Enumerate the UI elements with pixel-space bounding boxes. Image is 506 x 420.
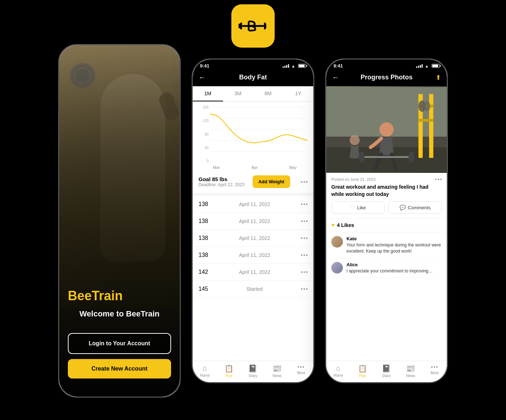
signal-icon [283, 64, 289, 68]
svg-point-21 [350, 135, 360, 145]
tab-plan-label-2: Plan [225, 374, 232, 378]
tab-news-label-2: News [272, 374, 282, 378]
bottom-nav-3: ⌂ Home 📋 Plan 📓 Diary 📰 News ••• Mo [326, 361, 447, 382]
chart-y-80: 80 [199, 132, 209, 136]
tab-news-3[interactable]: 📰 News [398, 364, 423, 378]
tab-news-2[interactable]: 📰 News [265, 364, 289, 378]
tab-plan-3[interactable]: 📋 Plan [350, 364, 375, 378]
table-row: 138 April 11, 2022 [193, 247, 313, 264]
home-icon-3: ⌂ [336, 364, 340, 372]
svg-rect-22 [362, 156, 411, 158]
action-buttons: ♡ Like 💬 Comments [331, 201, 442, 214]
tab-news-label-3: News [406, 374, 415, 378]
battery-icon [298, 64, 306, 68]
row-dots-5[interactable] [301, 271, 307, 273]
comment-body-kate: Kate Your form and technique during the … [346, 236, 442, 254]
phone-progress: 9:41 ▲ ← Progress Photos [325, 58, 448, 383]
logo-train: Train [92, 288, 123, 303]
login-button[interactable]: Login to Your Account [68, 333, 171, 354]
post-dots-menu[interactable] [435, 179, 442, 180]
post-meta: Posted on June 21, 2023 [331, 177, 442, 181]
status-icons-2: ▲ [283, 64, 306, 68]
row-dots-6[interactable] [301, 288, 307, 290]
comment-text-kate: Your form and technique during the worko… [346, 242, 442, 254]
nav-header-3: ← Progress Photos ⬆ [326, 71, 447, 86]
commenter-name-kate: Kate [346, 236, 442, 241]
svg-rect-17 [418, 119, 433, 122]
plan-icon-2: 📋 [224, 364, 234, 373]
chart-svg [210, 105, 307, 163]
phone-welcome: BeeTrain Welcome to BeeTrain Login to Yo… [58, 44, 181, 398]
tab-3m[interactable]: 3M [223, 86, 253, 101]
tab-selector-2: 1M 3M 6M 1Y [193, 86, 313, 102]
svg-rect-5 [264, 22, 266, 29]
goal-info: Goal 85 lbs Deadline: April 22, 2023 [199, 176, 244, 187]
tab-more-3[interactable]: ••• More [423, 364, 447, 378]
tab-home-3[interactable]: ⌂ Home [326, 364, 350, 378]
row-dots-2[interactable] [301, 220, 307, 222]
comments-label: Comments [408, 205, 431, 210]
chart-container: 160 120 80 40 0 [199, 105, 307, 170]
weight-date-1: April 11, 2022 [239, 201, 270, 207]
logo-bee: Bee [68, 288, 92, 303]
weight-value-1: 138 [199, 201, 208, 207]
comments-button[interactable]: 💬 Comments [388, 201, 442, 214]
tab-diary-2[interactable]: 📓 Diary [241, 364, 265, 378]
back-button-2[interactable]: ← [199, 73, 206, 82]
like-button[interactable]: ♡ Like [331, 201, 385, 214]
weight-value-3: 138 [199, 235, 208, 241]
tab-diary-3[interactable]: 📓 Diary [375, 364, 399, 378]
table-row: 145 Started [193, 281, 313, 298]
nav-header-2: ← Body Fat [193, 71, 313, 86]
chart-y-40: 40 [199, 146, 209, 150]
weight-value-2: 138 [199, 218, 208, 224]
tab-home-label-3: Home [333, 373, 343, 377]
tab-6m[interactable]: 6M [253, 86, 283, 101]
tab-home-2[interactable]: ⌂ Home [193, 364, 217, 378]
welcome-text: Welcome to BeeTrain [68, 309, 171, 319]
tab-1m[interactable]: 1M [193, 86, 223, 101]
row-dots-3[interactable] [301, 237, 307, 239]
tab-plan-label-3: Plan [359, 374, 366, 378]
home-icon-2: ⌂ [202, 364, 207, 372]
tab-more-2[interactable]: ••• More [289, 364, 313, 378]
plan-icon-3: 📋 [358, 364, 367, 373]
status-icons-3: ▲ [416, 64, 440, 68]
news-icon-3: 📰 [406, 364, 415, 373]
gym-scene-svg [326, 86, 447, 173]
beetrain-logo: BeeTrain [68, 288, 171, 303]
back-button-3[interactable]: ← [332, 73, 339, 82]
row-dots-4[interactable] [301, 254, 307, 256]
add-weight-button[interactable]: Add Weight [253, 175, 290, 188]
post-text: Great workout and amazing feeling I had … [331, 184, 442, 198]
avatar-kate [331, 236, 343, 248]
news-icon-2: 📰 [272, 364, 282, 373]
row-dots-1[interactable] [301, 204, 307, 205]
diary-icon-2: 📓 [248, 364, 257, 373]
comment-text-alice: I appreciate your commitment to improvin… [346, 268, 432, 274]
chart-x-mar: Mar [213, 165, 220, 170]
weight-value-5: 142 [199, 269, 208, 275]
phones-container: BeeTrain Welcome to BeeTrain Login to Yo… [58, 22, 448, 398]
page-title-2: Body Fat [239, 74, 267, 81]
table-row: 138 April 11, 2022 [193, 230, 313, 247]
status-time-2: 9:41 [200, 63, 209, 69]
svg-point-19 [424, 101, 430, 111]
heart-filled-icon: ♥ [331, 222, 335, 228]
tab-more-label-2: More [297, 371, 305, 375]
weight-date-6: Started [247, 286, 263, 292]
tab-1y[interactable]: 1Y [283, 86, 314, 101]
battery-icon-3 [432, 64, 440, 68]
goal-dots-menu[interactable] [301, 181, 307, 183]
logo-svg [239, 17, 267, 35]
heart-icon: ♡ [350, 205, 355, 210]
comment-icon: 💬 [400, 205, 406, 210]
table-row: 142 April 11, 2022 [193, 264, 313, 281]
tab-plan-2[interactable]: 📋 Plan [217, 364, 241, 378]
weight-list: 138 April 11, 2022 138 April 11, 2022 13… [193, 196, 313, 361]
tab-more-label-3: More [431, 371, 439, 375]
svg-point-24 [409, 151, 414, 162]
upload-button[interactable]: ⬆ [436, 74, 441, 82]
goal-subtitle: Deadline: April 22, 2023 [199, 182, 244, 187]
register-button[interactable]: Create New Account [68, 359, 171, 379]
